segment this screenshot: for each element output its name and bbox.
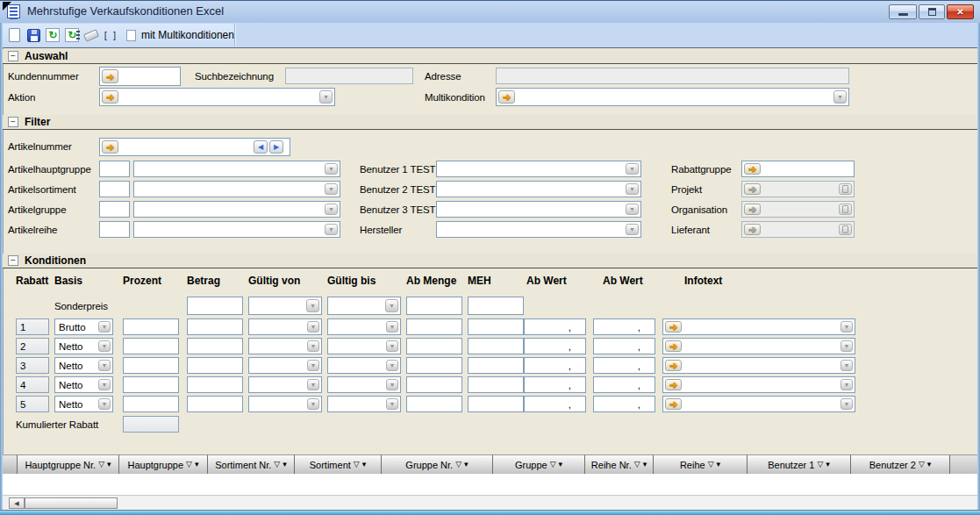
infotext-lookup-button[interactable]: ➔ [665, 340, 682, 352]
ab-wert-2-input[interactable]: , [593, 318, 655, 335]
dropdown-button[interactable]: ▼ [307, 398, 319, 410]
betrag-input[interactable] [187, 338, 243, 354]
collapse-icon[interactable]: − [8, 51, 18, 61]
lookup-arrow-button[interactable]: ➔ [744, 183, 761, 195]
eraser-button[interactable] [84, 26, 98, 45]
collapse-icon[interactable]: − [8, 117, 18, 127]
open-detail-button[interactable] [839, 204, 852, 215]
filter-lookup-field[interactable]: ➔ [741, 161, 855, 177]
filter-funnel-icon[interactable]: ▽ [919, 461, 925, 469]
dropdown-button[interactable]: ▼ [307, 340, 319, 352]
artikelnummer-lookup-button[interactable]: ➔ [102, 140, 118, 154]
ab-wert-1-input[interactable]: , [524, 357, 586, 374]
filter-funnel-icon[interactable]: ▽ [98, 461, 104, 469]
grid-column-header[interactable]: Benutzer 1 ▽ ▾ [748, 454, 851, 474]
kundennummer-lookup-button[interactable]: ➔ [102, 69, 118, 83]
filter-funnel-icon[interactable]: ▽ [274, 461, 280, 469]
column-dropdown-icon[interactable]: ▾ [107, 461, 111, 469]
ab-wert-1-input[interactable]: , [524, 376, 586, 393]
ab-menge-input[interactable] [406, 338, 462, 354]
ab-menge-input[interactable] [406, 396, 462, 412]
filter-funnel-icon[interactable]: ▽ [634, 461, 640, 469]
infotext-combo[interactable]: ➔ ▼ [662, 396, 855, 412]
dropdown-button[interactable]: ▼ [386, 360, 398, 371]
ab-wert-1-input[interactable]: , [524, 318, 586, 335]
dropdown-button[interactable]: ▼ [386, 379, 398, 390]
grid-column-header[interactable]: Sortiment ▽ ▾ [295, 454, 382, 474]
basis-select[interactable]: Netto ▼ [54, 338, 113, 354]
dropdown-button[interactable]: ▼ [841, 321, 853, 333]
sonderpreis-ab-menge-input[interactable] [406, 297, 462, 315]
brackets-button[interactable]: [ ] [104, 26, 118, 45]
dropdown-button[interactable]: ▼ [841, 379, 853, 390]
basis-select[interactable]: Brutto ▼ [54, 318, 113, 335]
close-button[interactable]: ✕ [947, 4, 974, 19]
dropdown-button[interactable]: ▼ [98, 321, 111, 333]
dropdown-button[interactable]: ▼ [841, 398, 853, 410]
ab-menge-input[interactable] [406, 318, 462, 335]
sonderpreis-betrag-input[interactable] [187, 297, 243, 315]
refresh-button[interactable]: ↻ [46, 26, 60, 45]
prozent-input[interactable] [123, 338, 179, 354]
multikondition-lookup-button[interactable]: ➔ [498, 90, 515, 104]
ab-wert-2-input[interactable]: , [593, 376, 655, 393]
column-dropdown-icon[interactable]: ▾ [362, 461, 367, 469]
infotext-lookup-button[interactable]: ➔ [665, 398, 682, 410]
infotext-lookup-button[interactable]: ➔ [665, 379, 682, 390]
dropdown-button[interactable]: ▼ [307, 360, 319, 371]
dropdown-button[interactable]: ▼ [98, 360, 111, 371]
lookup-arrow-button[interactable]: ➔ [744, 224, 761, 235]
sonderpreis-meh-input[interactable] [468, 297, 524, 315]
open-detail-button[interactable] [839, 224, 852, 235]
filter-funnel-icon[interactable]: ▽ [455, 461, 461, 469]
betrag-input[interactable] [187, 376, 243, 393]
filter-funnel-icon[interactable]: ▽ [817, 461, 823, 469]
gueltig-von-select[interactable]: ▼ [248, 338, 322, 354]
gueltig-bis-select[interactable]: ▼ [327, 357, 401, 374]
filter-lookup-field[interactable]: ➔ [741, 181, 855, 197]
scrollbar-thumb[interactable] [25, 497, 118, 509]
dropdown-button[interactable]: ▼ [307, 379, 319, 390]
ab-wert-2-input[interactable]: , [593, 396, 655, 412]
filter-funnel-icon[interactable]: ▽ [550, 461, 556, 469]
infotext-lookup-button[interactable]: ➔ [665, 360, 682, 371]
artikelnummer-input[interactable]: ➔ ◀ ▶ [99, 138, 290, 156]
multikonditionen-checkbox[interactable] [126, 30, 135, 41]
infotext-combo[interactable]: ➔ ▼ [662, 357, 855, 374]
grid-column-header[interactable]: Reihe ▽ ▾ [654, 454, 748, 474]
grid-corner-cell[interactable] [2, 454, 18, 474]
ab-wert-2-input[interactable]: , [593, 338, 655, 354]
multikondition-combo[interactable]: ➔ ▼ [496, 88, 849, 106]
ab-menge-input[interactable] [406, 376, 462, 393]
grid-column-header[interactable]: Benutzer 2 ▽ ▾ [851, 454, 950, 474]
open-detail-button[interactable] [839, 183, 852, 195]
collapse-icon[interactable]: − [8, 255, 18, 266]
lookup-arrow-button[interactable]: ➔ [744, 163, 761, 175]
column-dropdown-icon[interactable]: ▾ [559, 461, 563, 469]
ab-wert-1-input[interactable]: , [524, 338, 586, 354]
column-dropdown-icon[interactable]: ▾ [927, 461, 932, 469]
grid-column-header[interactable]: Gruppe Nr. ▽ ▾ [382, 454, 493, 474]
column-dropdown-icon[interactable]: ▾ [283, 461, 287, 469]
meh-input[interactable] [468, 318, 524, 335]
prozent-input[interactable] [123, 318, 179, 335]
infotext-combo[interactable]: ➔ ▼ [662, 318, 855, 335]
grid-column-header[interactable]: Sortiment Nr. ▽ ▾ [208, 454, 295, 474]
aktion-combo[interactable]: ➔ ▼ [99, 88, 335, 106]
horizontal-scrollbar[interactable]: ◀ [2, 495, 978, 510]
basis-select[interactable]: Netto ▼ [54, 396, 113, 412]
save-button[interactable] [26, 26, 40, 45]
ab-menge-input[interactable] [406, 357, 462, 374]
aktion-lookup-button[interactable]: ➔ [102, 90, 118, 104]
meh-input[interactable] [468, 396, 524, 412]
grid-column-header[interactable]: Reihe Nr. ▽ ▾ [585, 454, 654, 474]
filter-lookup-field[interactable]: ➔ [741, 221, 855, 238]
previous-article-button[interactable]: ◀ [254, 140, 268, 154]
maximize-button[interactable] [919, 4, 945, 19]
column-dropdown-icon[interactable]: ▾ [195, 461, 199, 469]
new-document-button[interactable] [7, 26, 21, 45]
meh-input[interactable] [468, 357, 524, 374]
infotext-lookup-button[interactable]: ➔ [665, 321, 682, 333]
prozent-input[interactable] [123, 357, 179, 374]
scroll-left-button[interactable]: ◀ [9, 497, 25, 509]
